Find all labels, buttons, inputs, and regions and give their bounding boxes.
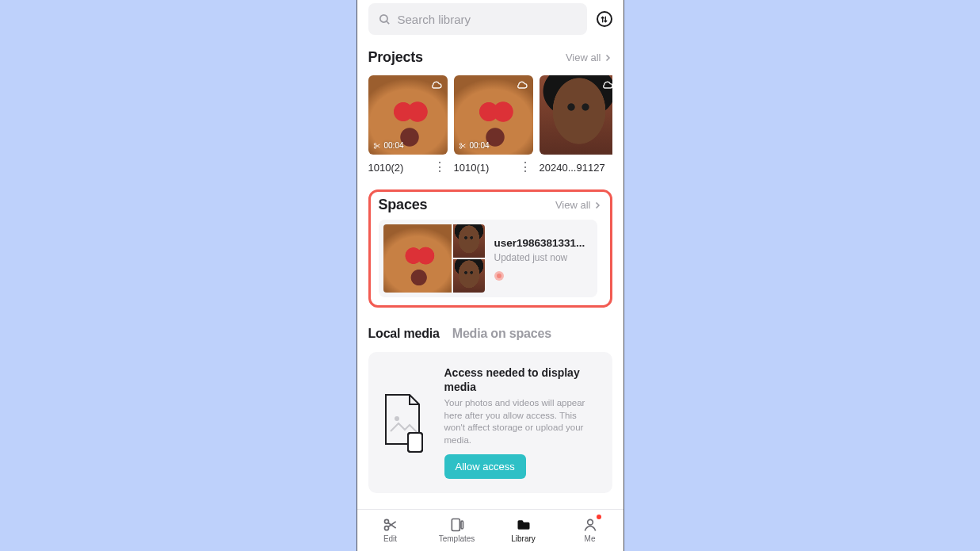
project-menu-button[interactable]: ⋮ [517,161,533,174]
svg-point-0 [379,14,387,21]
chevron-right-icon [593,201,602,210]
svg-line-1 [386,21,388,23]
nav-templates[interactable]: Templates [424,510,490,551]
project-menu-button[interactable]: ⋮ [605,161,612,174]
space-name: user1986381331... [494,237,585,249]
sort-icon [600,15,608,24]
spaces-viewall-label: View all [555,199,591,211]
nav-edit[interactable]: Edit [357,510,424,551]
project-meta: 1010(1) ⋮ [454,161,533,174]
search-icon [378,13,391,26]
project-card[interactable]: 00:04 1010(1) ⋮ [454,75,533,174]
svg-point-9 [384,520,388,524]
svg-point-3 [374,146,376,148]
nav-label: Edit [383,534,397,543]
project-meta: 20240...91127 ⋮ [540,161,612,174]
bottom-nav: Edit Templates Library Me [357,509,623,551]
svg-rect-12 [461,521,463,529]
spaces-header: Spaces View all [379,197,602,213]
media-access-card: Access needed to display media Your phot… [368,352,612,493]
access-desc: Your photos and videos will appear here … [444,397,600,446]
project-name: 1010(2) [368,162,404,174]
scissors-icon [373,142,381,150]
project-meta: 1010(2) ⋮ [368,161,448,174]
project-thumbnail [540,75,612,155]
cloud-icon [430,80,443,90]
allow-access-button[interactable]: Allow access [444,454,526,479]
tab-local-media[interactable]: Local media [368,327,440,341]
access-title: Access needed to display media [444,366,600,394]
projects-viewall[interactable]: View all [566,52,612,63]
projects-title: Projects [368,49,423,66]
space-thumbs [383,224,485,293]
scissors-icon [459,142,467,150]
svg-point-13 [587,520,593,526]
scroll-area[interactable]: Search library Projects View all [357,0,623,509]
svg-point-6 [395,416,399,421]
svg-rect-11 [452,519,459,531]
svg-point-4 [459,143,462,145]
svg-point-5 [459,146,462,148]
project-thumbnail: 00:04 [454,75,533,155]
folder-icon [515,517,532,533]
project-duration: 00:04 [373,141,404,150]
spaces-viewall[interactable]: View all [555,199,602,211]
spaces-section-highlight: Spaces View all user1986381331... Update… [368,189,612,308]
spaces-title: Spaces [379,197,428,213]
nav-label: Templates [439,534,475,543]
svg-point-10 [384,526,388,530]
nav-me[interactable]: Me [557,510,623,551]
project-card[interactable]: 00:04 1010(2) ⋮ [368,75,448,174]
search-input[interactable]: Search library [368,3,587,35]
nav-label: Library [511,534,536,543]
media-file-icon [379,392,427,453]
notification-dot-icon [597,515,601,519]
space-card[interactable]: user1986381331... Updated just now [379,220,597,297]
cloud-icon [601,80,612,90]
projects-header: Projects View all [368,49,612,66]
person-icon [582,517,599,533]
templates-icon [448,517,466,533]
search-row: Search library [368,3,612,35]
sort-button[interactable] [597,11,612,27]
project-thumbnail: 00:04 [368,75,448,155]
svg-point-2 [374,143,376,145]
svg-rect-7 [408,433,422,452]
space-member-avatar [494,271,504,281]
search-placeholder: Search library [398,13,471,26]
access-text: Access needed to display media Your phot… [444,366,600,479]
nav-library[interactable]: Library [490,510,557,551]
project-name: 20240...91127 [540,162,605,174]
cloud-icon [516,80,528,90]
tab-media-on-spaces[interactable]: Media on spaces [452,327,551,341]
projects-viewall-label: View all [566,52,601,63]
scissors-icon [382,517,399,533]
space-info: user1986381331... Updated just now [494,237,585,281]
project-name: 1010(1) [454,162,490,174]
chevron-right-icon [603,53,612,63]
project-card[interactable]: 20240...91127 ⋮ [540,75,612,174]
projects-list: 00:04 1010(2) ⋮ [368,75,612,174]
spaces-list: user1986381331... Updated just now [379,220,602,297]
project-menu-button[interactable]: ⋮ [432,161,448,174]
space-updated: Updated just now [494,252,585,263]
project-duration: 00:04 [459,141,490,150]
library-screen: Search library Projects View all [357,0,624,551]
nav-label: Me [585,534,596,543]
media-tabs: Local media Media on spaces [368,327,612,341]
